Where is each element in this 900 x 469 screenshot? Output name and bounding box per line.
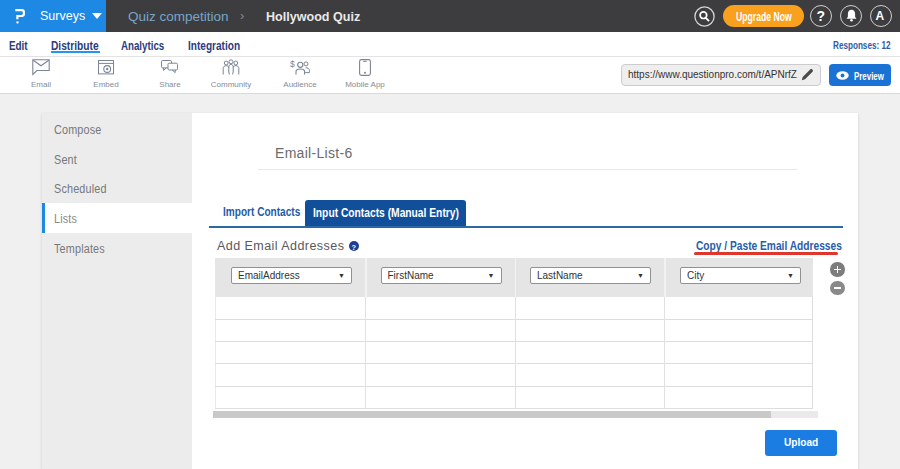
svg-text:$: $ xyxy=(290,59,295,69)
